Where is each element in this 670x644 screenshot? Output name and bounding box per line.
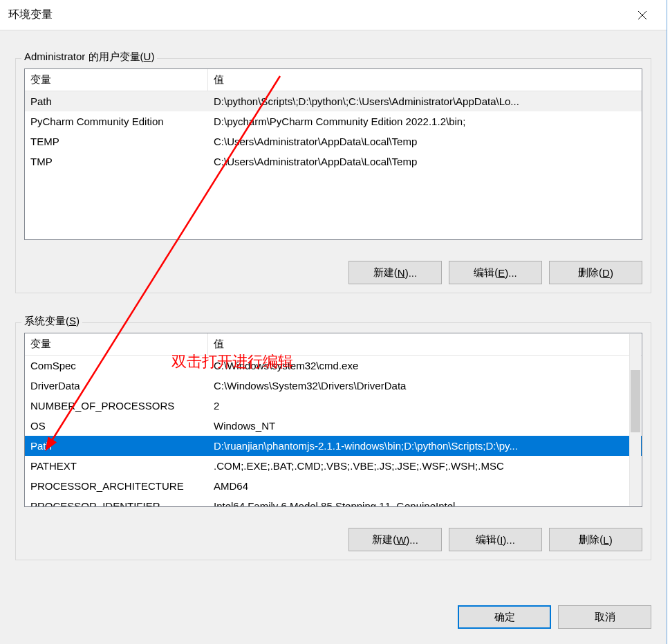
system-list-header: 变量 值 xyxy=(25,333,642,356)
table-row[interactable]: OSWindows_NT xyxy=(25,416,642,436)
system-variables-list[interactable]: 变量 值 ComSpecC:\Windows\system32\cmd.exeD… xyxy=(24,333,642,507)
row-variable-value: C:\Users\Administrator\AppData\Local\Tem… xyxy=(208,134,642,149)
sys-col-value[interactable]: 值 xyxy=(208,333,642,355)
row-variable-value: C:\Users\Administrator\AppData\Local\Tem… xyxy=(208,154,642,169)
sys-legend-suffix: ) xyxy=(76,315,80,326)
row-variable-name: OS xyxy=(25,418,208,433)
row-variable-name: ComSpec xyxy=(25,358,208,373)
row-variable-value: D:\python\Scripts\;D:\python\;C:\Users\A… xyxy=(208,94,642,109)
table-row[interactable]: TMPC:\Users\Administrator\AppData\Local\… xyxy=(25,151,642,172)
close-button[interactable] xyxy=(626,0,658,30)
system-new-button[interactable]: 新建(W)... xyxy=(348,528,442,551)
system-group-legend: 系统变量(S) xyxy=(21,315,82,328)
dialog-body: Administrator 的用户变量(U) 变量 值 PathD:\pytho… xyxy=(0,30,667,644)
row-variable-value: .COM;.EXE;.BAT;.CMD;.VBS;.VBE;.JS;.JSE;.… xyxy=(208,459,642,473)
table-row[interactable]: DriverDataC:\Windows\System32\Drivers\Dr… xyxy=(25,376,642,396)
user-new-button[interactable]: 新建(N)... xyxy=(348,261,442,284)
sys-legend-prefix: 系统变量( xyxy=(24,315,69,326)
user-delete-button[interactable]: 删除(D) xyxy=(549,261,642,284)
scrollbar-thumb[interactable] xyxy=(631,370,640,432)
row-variable-value: C:\Windows\system32\cmd.exe xyxy=(208,358,642,373)
title-bar: 环境变量 xyxy=(0,0,667,30)
close-icon xyxy=(638,10,647,20)
table-row[interactable]: PROCESSOR_IDENTIFIERIntel64 Family 6 Mod… xyxy=(25,496,642,507)
user-button-row: 新建(N)... 编辑(E)... 删除(D) xyxy=(348,261,642,284)
row-variable-value: Intel64 Family 6 Model 85 Stepping 11, G… xyxy=(208,499,642,507)
row-variable-name: PyCharm Community Edition xyxy=(25,114,208,129)
row-variable-name: Path xyxy=(25,94,208,109)
user-edit-button[interactable]: 编辑(E)... xyxy=(449,261,542,284)
user-col-variable[interactable]: 变量 xyxy=(25,69,208,91)
row-variable-value: 2 xyxy=(208,398,642,413)
table-row[interactable]: TEMPC:\Users\Administrator\AppData\Local… xyxy=(25,131,642,151)
row-variable-value: AMD64 xyxy=(208,479,642,493)
row-variable-value: D:\ruanjian\phantomjs-2.1.1-windows\bin;… xyxy=(208,439,642,453)
scrollbar-track[interactable] xyxy=(629,334,641,506)
row-variable-value: D:\pycharm\PyCharm Community Edition 202… xyxy=(208,114,642,129)
user-legend-hotkey: U xyxy=(144,50,151,62)
row-variable-value: Windows_NT xyxy=(208,418,642,433)
system-variables-group: 系统变量(S) 变量 值 ComSpecC:\Windows\system32\… xyxy=(15,322,651,560)
cancel-button[interactable]: 取消 xyxy=(558,605,651,629)
user-col-value[interactable]: 值 xyxy=(208,69,642,91)
user-legend-suffix: ) xyxy=(151,50,154,62)
table-row[interactable]: PathD:\ruanjian\phantomjs-2.1.1-windows\… xyxy=(25,436,642,456)
table-row[interactable]: ComSpecC:\Windows\system32\cmd.exe xyxy=(25,356,642,376)
user-legend-prefix: Administrator 的用户变量( xyxy=(24,50,144,62)
dialog-button-row: 确定 取消 xyxy=(458,605,651,629)
table-row[interactable]: PATHEXT.COM;.EXE;.BAT;.CMD;.VBS;.VBE;.JS… xyxy=(25,456,642,476)
env-vars-dialog: 环境变量 Administrator 的用户变量(U) 变量 值 PathD:\… xyxy=(0,0,667,644)
system-list-body: ComSpecC:\Windows\system32\cmd.exeDriver… xyxy=(25,356,642,507)
sys-col-variable[interactable]: 变量 xyxy=(25,333,208,355)
dialog-title: 环境变量 xyxy=(8,8,626,22)
row-variable-name: TEMP xyxy=(25,134,208,149)
table-row[interactable]: PROCESSOR_ARCHITECTUREAMD64 xyxy=(25,476,642,496)
row-variable-name: PROCESSOR_IDENTIFIER xyxy=(25,499,208,507)
system-button-row: 新建(W)... 编辑(I)... 删除(L) xyxy=(348,528,642,551)
row-variable-name: DriverData xyxy=(25,378,208,393)
row-variable-name: TMP xyxy=(25,154,208,169)
table-row[interactable]: PyCharm Community EditionD:\pycharm\PyCh… xyxy=(25,111,642,131)
user-group-legend: Administrator 的用户变量(U) xyxy=(21,50,157,64)
sys-legend-hotkey: S xyxy=(69,315,76,326)
row-variable-name: PROCESSOR_ARCHITECTURE xyxy=(25,479,208,493)
row-variable-name: PATHEXT xyxy=(25,459,208,473)
system-edit-button[interactable]: 编辑(I)... xyxy=(449,528,542,551)
user-list-body: PathD:\python\Scripts\;D:\python\;C:\Use… xyxy=(25,91,642,172)
user-variables-group: Administrator 的用户变量(U) 变量 值 PathD:\pytho… xyxy=(15,58,651,293)
table-row[interactable]: PathD:\python\Scripts\;D:\python\;C:\Use… xyxy=(25,91,642,111)
user-variables-list[interactable]: 变量 值 PathD:\python\Scripts\;D:\python\;C… xyxy=(24,68,642,240)
ok-button[interactable]: 确定 xyxy=(458,605,551,629)
user-list-header: 变量 值 xyxy=(25,69,642,91)
row-variable-name: NUMBER_OF_PROCESSORS xyxy=(25,398,208,413)
table-row[interactable]: NUMBER_OF_PROCESSORS2 xyxy=(25,396,642,416)
row-variable-value: C:\Windows\System32\Drivers\DriverData xyxy=(208,378,642,393)
row-variable-name: Path xyxy=(25,439,208,453)
system-delete-button[interactable]: 删除(L) xyxy=(549,528,642,551)
